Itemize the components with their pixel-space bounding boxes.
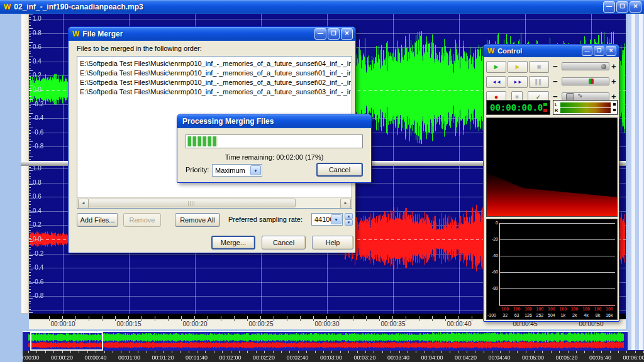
balance-marker-icon[interactable] [589,79,594,84]
merger-title-bar[interactable]: W File Merger — ❐ ✕ [69,27,355,41]
sonogram-display [486,118,618,217]
close-icon[interactable]: ✕ [606,46,616,56]
balance-minus[interactable]: − [553,77,558,87]
file-list-item[interactable]: E:\Softpedia Test Files\Music\enrmp010_i… [78,59,351,69]
analyzer-db-floor: -100 [487,312,499,318]
help-button[interactable]: Help [312,236,353,250]
app-icon: W [72,30,79,38]
volume-knob-icon[interactable] [601,64,606,69]
pause-button[interactable]: ▌▌ [529,76,549,88]
document-title: 02_inf_-_inf190-canadianpeach.mp3 [14,3,143,11]
overview-time-label: 00:05:40 [583,354,618,361]
freq-label: 4k [580,312,592,318]
horizontal-scrollbar[interactable]: ◄ ► [77,197,352,208]
remove-all-button[interactable]: Remove All [175,213,220,227]
amplitude-label: 0.2 [33,72,42,79]
analyzer-grid [499,223,615,306]
overview-time-label: 00:03:40 [381,354,416,361]
overview-time-label: 00:03:20 [347,354,382,361]
amplitude-label: 0.6 [33,44,42,50]
sonogram-energy [487,171,617,216]
scrollbar-thumb[interactable] [88,199,296,207]
freq-label: 32 [499,312,511,318]
control-body: ► ► ■ ◄◄ ►► ▌▌ ● ■ ✓ − + − + − ∿ [485,57,618,320]
amplitude-label: 0.4 [33,58,42,65]
overview-waveform[interactable] [23,332,644,349]
overview-time-label: 00:02:00 [213,354,248,361]
rate-spin-up[interactable]: ▲ [345,213,353,219]
file-list-item[interactable]: E:\Softpedia Test Files\Music\enrmp010_i… [78,78,351,87]
freq-label: 8k [592,312,603,318]
progress-cancel-button[interactable]: Cancel [316,163,363,177]
time-remaining-text: Time remaining: 00:02:00 (17%) [179,153,369,161]
volume-plus[interactable]: + [611,62,616,72]
overview-time-label: 00:01:00 [112,354,147,361]
window-controls: — ❐ ✕ [314,28,353,40]
band-value: 100 [604,306,615,312]
overview-time-label: 00:05:00 [516,354,551,361]
close-icon[interactable]: ✕ [630,1,641,13]
band-value: 100 [569,306,580,312]
db-label: -60 [487,270,498,275]
progress-title: Processing Merging Files [182,117,274,126]
analyzer-freq-axis: -100 32631262525041k2k4k8k16k [487,312,615,318]
overview-selection[interactable] [30,332,103,351]
remove-button[interactable]: Remove [123,213,161,227]
balance-plus[interactable]: + [611,77,616,87]
overview-time-label: 00:01:20 [145,354,180,361]
meter-peak-dot [613,109,616,111]
minimize-icon[interactable]: — [314,28,326,40]
minimize-icon[interactable]: — [603,1,615,13]
fast-forward-button[interactable]: ►► [508,76,528,88]
scroll-left-icon[interactable]: ◄ [78,199,89,209]
amplitude-label: -0.4 [33,265,43,271]
file-list-item[interactable]: E:\Softpedia Test Files\Music\enrmp010_i… [78,69,351,78]
band-value: 100 [557,306,569,312]
band-value: 100 [534,306,545,312]
file-list-item[interactable]: E:\Softpedia Test Files\Music\enrmp010_i… [78,87,351,97]
maximize-icon[interactable]: ❐ [594,46,604,56]
overview-time-label: 00:00:40 [78,354,113,361]
document-title-bar[interactable]: W 02_inf_-_inf190-canadianpeach.mp3 — ❐ … [0,0,644,14]
stop-button[interactable]: ■ [529,61,549,73]
sampling-rate-combo[interactable]: 44100 ▼ [311,213,343,226]
overview-time-label: 00:00:20 [45,354,80,361]
merge-button[interactable]: Merge... [211,236,255,250]
overview-bar[interactable] [23,331,644,351]
rewind-button[interactable]: ◄◄ [486,76,506,88]
overview-time-label: 00:04:00 [414,354,450,361]
combo-arrow-icon[interactable]: ▼ [250,165,261,175]
maximize-icon[interactable]: ❐ [616,1,628,13]
overview-time-label: 00:03:00 [314,354,349,361]
balance-slider[interactable] [562,77,609,85]
minimize-icon[interactable]: — [582,46,592,56]
amplitude-label: -0.8 [33,143,43,150]
band-value: 100 [592,306,603,312]
window-edge-stripes [628,14,644,350]
priority-value: Maximum [215,167,245,174]
play-button[interactable]: ► [486,61,506,73]
meter-peak-dot [613,103,616,106]
scroll-right-icon[interactable]: ► [340,199,351,209]
close-icon[interactable]: ✕ [341,28,353,40]
add-files-button[interactable]: Add Files... [77,213,118,227]
control-title-bar[interactable]: W Control — ❐ ✕ [484,45,619,57]
cancel-button[interactable]: Cancel [262,236,306,250]
rate-spin-down[interactable]: ▼ [345,219,353,226]
progress-title-bar[interactable]: Processing Merging Files [177,114,371,128]
priority-combo[interactable]: Maximum ▼ [212,164,262,177]
db-label: -20 [487,237,498,242]
time-value: 00:00:00.0 [490,102,543,112]
level-meter: L R [553,100,618,115]
freq-label: 16k [604,312,615,318]
overview-time-ruler[interactable]: 00:00:0000:00:2000:00:4000:01:0000:01:20… [23,351,644,362]
volume-slider[interactable] [562,62,609,70]
freq-label: 2k [569,312,580,318]
combo-arrow-icon[interactable]: ▼ [331,214,341,224]
amplitude-label: -0.6 [33,129,43,136]
play-selection-button[interactable]: ► [508,61,528,73]
maximize-icon[interactable]: ❐ [328,28,340,40]
volume-minus[interactable]: − [553,62,558,72]
overview-time-label: 00:04:20 [448,354,484,361]
spectrum-analyzer: 0-20-40-60-80 10010010010010010010010010… [486,219,618,320]
